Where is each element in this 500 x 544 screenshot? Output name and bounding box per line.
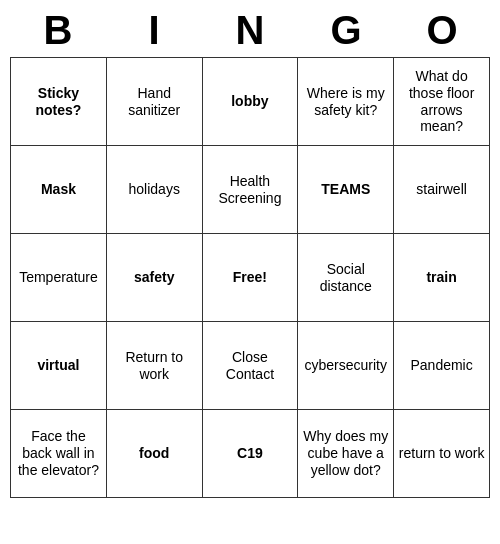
bingo-cell-r0-c1: Hand sanitizer (106, 58, 202, 146)
bingo-cell-r3-c3: cybersecurity (298, 322, 394, 410)
bingo-letter: B (18, 8, 98, 53)
bingo-letter: G (306, 8, 386, 53)
bingo-letter: N (210, 8, 290, 53)
bingo-cell-r1-c2: Health Screening (202, 146, 298, 234)
bingo-cell-r2-c4: train (394, 234, 490, 322)
bingo-cell-r3-c1: Return to work (106, 322, 202, 410)
bingo-cell-r1-c3: TEAMS (298, 146, 394, 234)
bingo-grid: Sticky notes?Hand sanitizerlobbyWhere is… (10, 57, 490, 498)
bingo-cell-r4-c2: C19 (202, 410, 298, 498)
bingo-cell-r2-c2: Free! (202, 234, 298, 322)
bingo-cell-r1-c0: Mask (11, 146, 107, 234)
bingo-cell-r4-c3: Why does my cube have a yellow dot? (298, 410, 394, 498)
bingo-cell-r1-c1: holidays (106, 146, 202, 234)
bingo-letter: O (402, 8, 482, 53)
bingo-cell-r1-c4: stairwell (394, 146, 490, 234)
bingo-cell-r3-c2: Close Contact (202, 322, 298, 410)
bingo-title: BINGO (10, 0, 490, 57)
bingo-cell-r2-c3: Social distance (298, 234, 394, 322)
bingo-cell-r3-c0: virtual (11, 322, 107, 410)
bingo-cell-r2-c0: Temperature (11, 234, 107, 322)
bingo-cell-r0-c0: Sticky notes? (11, 58, 107, 146)
bingo-cell-r0-c4: What do those floor arrows mean? (394, 58, 490, 146)
bingo-cell-r4-c4: return to work (394, 410, 490, 498)
bingo-letter: I (114, 8, 194, 53)
bingo-cell-r4-c1: food (106, 410, 202, 498)
bingo-cell-r3-c4: Pandemic (394, 322, 490, 410)
bingo-cell-r4-c0: Face the back wall in the elevator? (11, 410, 107, 498)
bingo-cell-r2-c1: safety (106, 234, 202, 322)
bingo-cell-r0-c3: Where is my safety kit? (298, 58, 394, 146)
bingo-cell-r0-c2: lobby (202, 58, 298, 146)
